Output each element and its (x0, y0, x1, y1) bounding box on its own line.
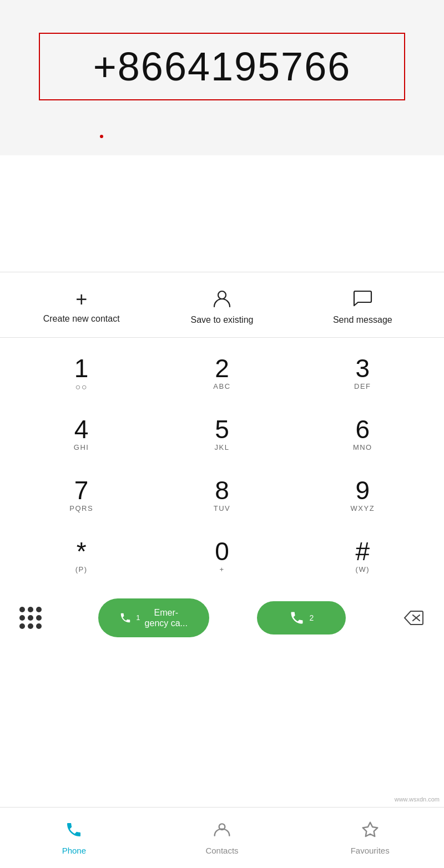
main-call-button[interactable]: 2 (257, 601, 346, 634)
dial-key-5[interactable]: 5 JKL (167, 404, 278, 465)
letters-4: GHI (74, 443, 89, 453)
dial-key-2[interactable]: 2 ABC (167, 343, 278, 404)
contacts-nav-icon (213, 821, 231, 842)
chat-icon (352, 288, 372, 311)
letters-hash: (W) (356, 565, 370, 575)
dial-key-0[interactable]: 0 + (167, 526, 278, 587)
create-new-contact-label: Create new contact (43, 314, 120, 324)
favourites-nav-icon (361, 821, 379, 842)
nav-label-favourites: Favourites (351, 846, 390, 855)
dial-key-hash[interactable]: # (W) (307, 526, 418, 587)
nav-item-phone[interactable]: Phone (41, 821, 107, 855)
dial-key-1[interactable]: 1 ○○ (26, 343, 137, 404)
dialpad-row-4: * (P) 0 + # (W) (11, 526, 433, 587)
svg-marker-4 (362, 822, 377, 836)
letters-0: + (219, 565, 224, 575)
digit-7: 7 (74, 478, 89, 503)
watermark: www.wsxdn.com (395, 796, 440, 803)
nav-item-favourites[interactable]: Favourites (337, 821, 403, 855)
dial-key-star[interactable]: * (P) (26, 526, 137, 587)
phone-display-area: +8664195766 (0, 0, 444, 128)
phone-number: +8664195766 (93, 44, 351, 89)
emergency-call-button[interactable]: 1 Emer-gency ca... (98, 598, 209, 637)
letters-2: ABC (213, 382, 230, 392)
dialpad-row-3: 7 PQRS 8 TUV 9 WXYZ (11, 465, 433, 526)
grid-dots-icon (19, 607, 42, 629)
backspace-icon (403, 610, 423, 626)
svg-point-0 (218, 291, 226, 299)
letters-6: MNO (353, 443, 372, 453)
dial-key-3[interactable]: 3 DEF (307, 343, 418, 404)
bottom-nav: Phone Contacts Favourites (0, 807, 444, 868)
digit-2: 2 (215, 356, 229, 381)
digit-5: 5 (215, 417, 229, 442)
dialpad-row-1: 1 ○○ 2 ABC 3 DEF (11, 343, 433, 404)
phone-number-box: +8664195766 (39, 33, 405, 100)
digit-1: 1 (74, 356, 89, 381)
dial-key-4[interactable]: 4 GHI (26, 404, 137, 465)
letters-1: ○○ (75, 382, 87, 392)
letters-8: TUV (214, 504, 231, 514)
nav-item-contacts[interactable]: Contacts (189, 821, 255, 855)
digit-star: * (77, 539, 87, 564)
send-message-button[interactable]: Send message (312, 288, 412, 325)
digit-8: 8 (215, 478, 229, 503)
letters-5: JKL (215, 443, 230, 453)
dialpad-row-2: 4 GHI 5 JKL 6 MNO (11, 404, 433, 465)
action-row: + Create new contact Save to existing Se… (0, 272, 444, 337)
digit-6: 6 (356, 417, 370, 442)
digit-3: 3 (356, 356, 370, 381)
dial-key-8[interactable]: 8 TUV (167, 465, 278, 526)
letters-9: WXYZ (351, 504, 375, 514)
nav-label-phone: Phone (62, 846, 86, 855)
nav-label-contacts: Contacts (205, 846, 238, 855)
digit-hash: # (356, 539, 370, 564)
create-new-contact-button[interactable]: + Create new contact (32, 290, 132, 324)
plus-icon: + (75, 290, 87, 309)
send-message-label: Send message (333, 315, 392, 325)
subtitle-area (0, 128, 444, 155)
digit-9: 9 (356, 478, 370, 503)
dial-key-7[interactable]: 7 PQRS (26, 465, 137, 526)
person-icon (212, 288, 232, 311)
spacer (0, 155, 444, 272)
digit-4: 4 (74, 417, 89, 442)
letters-3: DEF (354, 382, 371, 392)
phone-nav-icon (65, 821, 83, 842)
red-dot (100, 135, 103, 138)
dial-key-6[interactable]: 6 MNO (307, 404, 418, 465)
backspace-button[interactable] (394, 598, 433, 637)
letters-star: (P) (75, 565, 88, 575)
dialpad-grid-button[interactable] (11, 598, 50, 637)
dial-key-9[interactable]: 9 WXYZ (307, 465, 418, 526)
digit-0: 0 (215, 539, 229, 564)
call-icon-emergency (119, 612, 132, 624)
letters-7: PQRS (69, 504, 93, 514)
save-to-existing-label: Save to existing (191, 315, 254, 325)
bottom-call-row: 1 Emer-gency ca... 2 (0, 593, 444, 643)
save-to-existing-button[interactable]: Save to existing (172, 288, 272, 325)
call-icon-main (289, 610, 305, 626)
dialpad: 1 ○○ 2 ABC 3 DEF 4 GHI 5 JKL 6 MNO 7 PQR… (0, 338, 444, 593)
emergency-call-label: Emer-gency ca... (145, 607, 188, 628)
